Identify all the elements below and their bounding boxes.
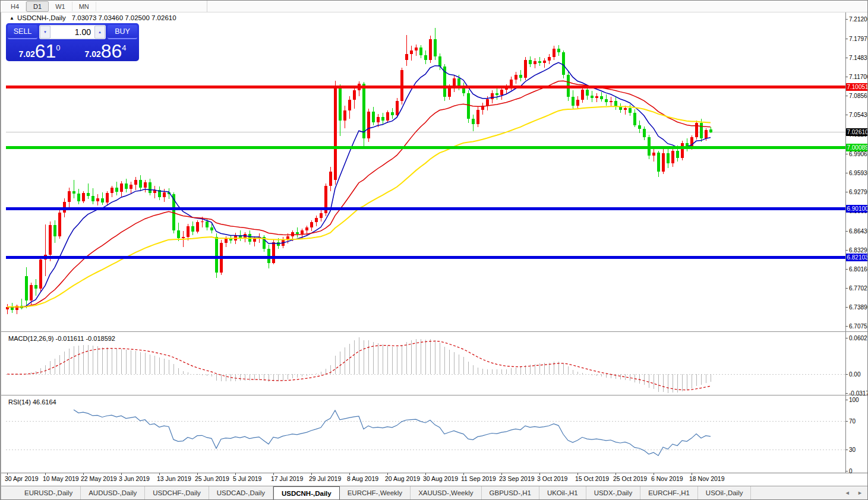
sell-price-main: 61 bbox=[35, 42, 56, 61]
buy-price-main: 86 bbox=[101, 42, 122, 61]
tab-ukoil-h1[interactable]: UKOil-,H1 bbox=[539, 486, 586, 500]
chart-title: ▲USDCNH-,Daily7.03073 7.03460 7.02500 7.… bbox=[10, 14, 176, 21]
svg-text:6 Nov 2019: 6 Nov 2019 bbox=[651, 475, 683, 482]
svg-text:7.08565: 7.08565 bbox=[849, 93, 868, 99]
chart-window: 7.212007.179707.148357.117007.085657.054… bbox=[1, 12, 868, 500]
svg-text:100: 100 bbox=[849, 397, 859, 403]
rsi-indicator-label: RSI(14) 46.6164 bbox=[8, 398, 56, 406]
volume-input[interactable] bbox=[50, 26, 94, 38]
tab-audusd-daily[interactable]: AUDUSD-,Daily bbox=[81, 486, 145, 500]
svg-text:0.00: 0.00 bbox=[849, 371, 861, 378]
volume-increase-icon[interactable]: ▲ bbox=[94, 26, 105, 39]
svg-text:6.73890: 6.73890 bbox=[849, 304, 868, 311]
svg-text:6.92795: 6.92795 bbox=[849, 189, 868, 195]
svg-text:20 Aug 2019: 20 Aug 2019 bbox=[385, 475, 420, 482]
svg-text:30: 30 bbox=[849, 447, 856, 453]
sell-button[interactable]: SELL bbox=[8, 25, 37, 39]
timeframe-button-mn[interactable]: MN bbox=[72, 2, 96, 11]
price-line-label-resistance: 7.10051 bbox=[846, 83, 868, 91]
svg-text:22 May 2019: 22 May 2019 bbox=[81, 475, 117, 482]
price-line-label-support-green: 7.00089 bbox=[846, 144, 868, 151]
tab-gbpusd-h1[interactable]: GBPUSD-,H1 bbox=[482, 486, 539, 500]
svg-text:7.05430: 7.05430 bbox=[849, 112, 868, 118]
svg-text:6.99065: 6.99065 bbox=[849, 151, 868, 157]
svg-text:23 Sep 2019: 23 Sep 2019 bbox=[499, 475, 535, 482]
svg-text:70: 70 bbox=[849, 418, 856, 425]
svg-text:6.83295: 6.83295 bbox=[849, 247, 868, 254]
svg-text:-0.031725: -0.031725 bbox=[849, 390, 868, 397]
timeframe-button-h4[interactable]: H4 bbox=[4, 2, 26, 11]
tab-usdx-daily[interactable]: USDX-,Daily bbox=[586, 486, 641, 500]
chart-ohlc-values: 7.03073 7.03460 7.02500 7.02610 bbox=[72, 14, 176, 21]
svg-text:6.95930: 6.95930 bbox=[849, 170, 868, 176]
price-line-label-support-blue1: 6.90100 bbox=[846, 205, 868, 213]
timeframe-button-d1[interactable]: D1 bbox=[26, 1, 49, 12]
tab-eurchf-weekly[interactable]: EURCHF-,Weekly bbox=[340, 486, 411, 500]
buy-price-display[interactable]: 7.02 86 4 bbox=[74, 40, 137, 61]
terminal-window: H4 D1 W1 MN 7.212007.179707.148357.11700… bbox=[0, 0, 868, 500]
tab-eurusd-daily[interactable]: EURUSD-,Daily bbox=[17, 486, 81, 500]
buy-button[interactable]: BUY bbox=[108, 25, 137, 39]
svg-text:25 Oct 2019: 25 Oct 2019 bbox=[613, 475, 647, 482]
svg-text:3 Jun 2019: 3 Jun 2019 bbox=[119, 475, 150, 482]
svg-text:29 Jul 2019: 29 Jul 2019 bbox=[309, 475, 341, 482]
sell-price-display[interactable]: 7.02 61 0 bbox=[8, 40, 71, 61]
svg-text:6.77025: 6.77025 bbox=[849, 285, 868, 292]
timeframe-button-w1[interactable]: W1 bbox=[49, 2, 72, 11]
svg-text:7.11700: 7.11700 bbox=[849, 74, 868, 80]
chart-symbol-label: USDCNH-,Daily bbox=[17, 14, 66, 21]
svg-text:6.80160: 6.80160 bbox=[849, 266, 868, 273]
svg-text:17 Jul 2019: 17 Jul 2019 bbox=[271, 475, 303, 482]
sell-price-prefix: 7.02 bbox=[18, 49, 34, 61]
volume-stepper: ▼ ▲ bbox=[39, 25, 106, 39]
volume-decrease-icon[interactable]: ▼ bbox=[40, 26, 50, 39]
svg-text:10 May 2019: 10 May 2019 bbox=[43, 475, 79, 482]
one-click-trade-panel: SELL ▼ ▲ BUY 7.02 61 0 7.02 86 4 bbox=[6, 23, 139, 61]
svg-text:11 Sep 2019: 11 Sep 2019 bbox=[461, 475, 496, 482]
svg-text:0: 0 bbox=[849, 468, 853, 474]
svg-text:15 Oct 2019: 15 Oct 2019 bbox=[575, 475, 609, 482]
buy-price-sup: 4 bbox=[122, 43, 126, 52]
collapse-triangle-icon[interactable]: ▲ bbox=[10, 15, 14, 21]
tab-eurchf-h1[interactable]: EURCHF-,H1 bbox=[640, 486, 698, 500]
svg-text:7.14835: 7.14835 bbox=[849, 55, 868, 61]
tab-usdcnh-daily[interactable]: USDCNH-,Daily bbox=[273, 486, 340, 500]
sell-price-sup: 0 bbox=[56, 43, 60, 52]
svg-text:3 Oct 2019: 3 Oct 2019 bbox=[537, 475, 568, 482]
svg-text:8 Aug 2019: 8 Aug 2019 bbox=[347, 475, 378, 482]
svg-text:30 Aug 2019: 30 Aug 2019 bbox=[423, 475, 458, 482]
tab-scroll-nav: ◄ ► bbox=[839, 490, 863, 496]
svg-text:5 Jul 2019: 5 Jul 2019 bbox=[233, 475, 262, 482]
tab-scroll-left-icon[interactable]: ◄ bbox=[845, 490, 850, 496]
toolbar-separator bbox=[207, 1, 207, 12]
svg-text:6.70755: 6.70755 bbox=[849, 323, 868, 330]
current-price-label: 7.02610 bbox=[846, 128, 868, 136]
chart-tab-bar: EURUSD-,DailyAUDUSD-,DailyUSDCHF-,DailyU… bbox=[1, 486, 868, 500]
svg-text:6.86430: 6.86430 bbox=[849, 228, 868, 235]
chart-canvas[interactable]: 7.212007.179707.148357.117007.085657.054… bbox=[1, 12, 868, 486]
svg-text:18 Nov 2019: 18 Nov 2019 bbox=[689, 475, 725, 482]
svg-text:7.17970: 7.17970 bbox=[849, 36, 868, 42]
macd-indicator-label: MACD(12,26,9) -0.011611 -0.018592 bbox=[8, 335, 115, 342]
price-line-label-support-blue2: 6.82103 bbox=[846, 254, 868, 261]
svg-text:25 Jun 2019: 25 Jun 2019 bbox=[195, 475, 229, 482]
svg-text:7.21200: 7.21200 bbox=[849, 16, 868, 23]
svg-text:30 Apr 2019: 30 Apr 2019 bbox=[5, 475, 39, 482]
tab-usdchf-daily[interactable]: USDCHF-,Daily bbox=[145, 486, 209, 500]
buy-price-prefix: 7.02 bbox=[84, 49, 100, 61]
tab-scroll-right-icon[interactable]: ► bbox=[857, 490, 863, 496]
svg-text:0.060273: 0.060273 bbox=[849, 335, 868, 341]
tab-usdcad-daily[interactable]: USDCAD-,Daily bbox=[209, 486, 273, 500]
tab-xauusd-weekly[interactable]: XAUUSD-,Weekly bbox=[411, 486, 481, 500]
tab-usoil-daily[interactable]: USOil-,Daily bbox=[698, 486, 752, 500]
svg-text:13 Jun 2019: 13 Jun 2019 bbox=[157, 475, 191, 482]
periodicity-toolbar: H4 D1 W1 MN bbox=[1, 1, 867, 12]
